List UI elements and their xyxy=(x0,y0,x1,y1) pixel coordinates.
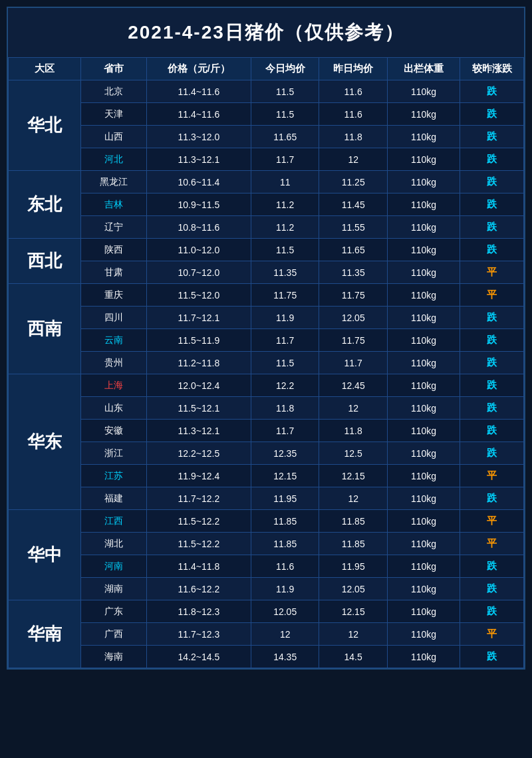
today-avg-cell: 11.85 xyxy=(251,510,319,533)
province-cell: 广西 xyxy=(81,623,146,646)
table-row: 云南11.5~11.911.711.75110kg跌 xyxy=(9,329,524,352)
today-avg-cell: 11.9 xyxy=(251,307,319,329)
today-avg-cell: 11.5 xyxy=(251,352,319,374)
price-range-cell: 11.9~12.4 xyxy=(146,465,251,487)
price-range-cell: 11.5~11.9 xyxy=(146,329,251,352)
change-cell: 跌 xyxy=(460,216,524,239)
weight-cell: 110kg xyxy=(387,329,460,352)
table-row: 西北陕西11.0~12.011.511.65110kg跌 xyxy=(9,239,524,261)
table-row: 四川11.7~12.111.912.05110kg跌 xyxy=(9,307,524,329)
price-range-cell: 11.5~12.1 xyxy=(146,397,251,420)
header-change: 较昨涨跌 xyxy=(460,58,524,80)
table-row: 安徽11.3~12.111.711.8110kg跌 xyxy=(9,420,524,442)
weight-cell: 110kg xyxy=(387,578,460,600)
region-cell: 华南 xyxy=(9,600,81,668)
header-price-range: 价格（元/斤） xyxy=(146,58,251,80)
province-cell: 海南 xyxy=(81,646,146,668)
yesterday-avg-cell: 11.45 xyxy=(319,193,388,216)
province-cell: 河南 xyxy=(81,555,146,578)
price-range-cell: 11.5~12.2 xyxy=(146,510,251,533)
weight-cell: 110kg xyxy=(387,216,460,239)
weight-cell: 110kg xyxy=(387,646,460,668)
province-cell: 湖南 xyxy=(81,578,146,600)
change-cell: 跌 xyxy=(460,555,524,578)
today-avg-cell: 12.05 xyxy=(251,600,319,623)
price-range-cell: 11.5~12.2 xyxy=(146,533,251,555)
yesterday-avg-cell: 12 xyxy=(319,487,388,510)
table-row: 江苏11.9~12.412.1512.15110kg平 xyxy=(9,465,524,487)
yesterday-avg-cell: 12 xyxy=(319,148,388,171)
table-row: 华东上海12.0~12.412.212.45110kg跌 xyxy=(9,374,524,397)
weight-cell: 110kg xyxy=(387,600,460,623)
table-row: 华中江西11.5~12.211.8511.85110kg平 xyxy=(9,510,524,533)
today-avg-cell: 11.7 xyxy=(251,329,319,352)
yesterday-avg-cell: 11.6 xyxy=(319,80,388,103)
change-cell: 平 xyxy=(460,261,524,284)
price-range-cell: 11.8~12.3 xyxy=(146,600,251,623)
weight-cell: 110kg xyxy=(387,80,460,103)
table-row: 河北11.3~12.111.712110kg跌 xyxy=(9,148,524,171)
yesterday-avg-cell: 11.85 xyxy=(319,533,388,555)
province-cell: 河北 xyxy=(81,148,146,171)
price-range-cell: 11.4~11.8 xyxy=(146,555,251,578)
yesterday-avg-cell: 12.15 xyxy=(319,465,388,487)
price-range-cell: 11.6~12.2 xyxy=(146,578,251,600)
weight-cell: 110kg xyxy=(387,103,460,126)
table-row: 河南11.4~11.811.611.95110kg跌 xyxy=(9,555,524,578)
yesterday-avg-cell: 11.75 xyxy=(319,329,388,352)
table-row: 吉林10.9~11.511.211.45110kg跌 xyxy=(9,193,524,216)
region-cell: 华中 xyxy=(9,510,81,600)
weight-cell: 110kg xyxy=(387,533,460,555)
change-cell: 跌 xyxy=(460,239,524,261)
price-range-cell: 10.6~11.4 xyxy=(146,171,251,193)
change-cell: 跌 xyxy=(460,103,524,126)
price-range-cell: 11.7~12.2 xyxy=(146,487,251,510)
region-cell: 西北 xyxy=(9,239,81,284)
header-weight: 出栏体重 xyxy=(387,58,460,80)
change-cell: 跌 xyxy=(460,126,524,148)
table-row: 广西11.7~12.31212110kg平 xyxy=(9,623,524,646)
weight-cell: 110kg xyxy=(387,261,460,284)
table-row: 山西11.3~12.011.6511.8110kg跌 xyxy=(9,126,524,148)
weight-cell: 110kg xyxy=(387,284,460,307)
today-avg-cell: 11.7 xyxy=(251,420,319,442)
table-row: 湖北11.5~12.211.8511.85110kg平 xyxy=(9,533,524,555)
change-cell: 平 xyxy=(460,533,524,555)
change-cell: 跌 xyxy=(460,374,524,397)
yesterday-avg-cell: 11.65 xyxy=(319,239,388,261)
table-row: 贵州11.2~11.811.511.7110kg跌 xyxy=(9,352,524,374)
change-cell: 跌 xyxy=(460,420,524,442)
price-range-cell: 11.0~12.0 xyxy=(146,239,251,261)
change-cell: 跌 xyxy=(460,487,524,510)
region-cell: 华北 xyxy=(9,80,81,171)
province-cell: 陕西 xyxy=(81,239,146,261)
table-row: 湖南11.6~12.211.912.05110kg跌 xyxy=(9,578,524,600)
today-avg-cell: 11.8 xyxy=(251,397,319,420)
table-header-row: 大区 省市 价格（元/斤） 今日均价 昨日均价 出栏体重 较昨涨跌 xyxy=(9,58,524,80)
table-row: 海南14.2~14.514.3514.5110kg跌 xyxy=(9,646,524,668)
province-cell: 广东 xyxy=(81,600,146,623)
price-range-cell: 10.8~11.6 xyxy=(146,216,251,239)
change-cell: 跌 xyxy=(460,578,524,600)
price-range-cell: 11.4~11.6 xyxy=(146,103,251,126)
province-cell: 吉林 xyxy=(81,193,146,216)
change-cell: 平 xyxy=(460,623,524,646)
table-row: 甘肃10.7~12.011.3511.35110kg平 xyxy=(9,261,524,284)
change-cell: 跌 xyxy=(460,646,524,668)
today-avg-cell: 11.9 xyxy=(251,578,319,600)
table-row: 天津11.4~11.611.511.6110kg跌 xyxy=(9,103,524,126)
change-cell: 跌 xyxy=(460,193,524,216)
yesterday-avg-cell: 12.05 xyxy=(319,578,388,600)
change-cell: 跌 xyxy=(460,329,524,352)
today-avg-cell: 11.2 xyxy=(251,216,319,239)
today-avg-cell: 11 xyxy=(251,171,319,193)
price-table: 大区 省市 价格（元/斤） 今日均价 昨日均价 出栏体重 较昨涨跌 华北北京11… xyxy=(8,57,524,668)
table-body: 华北北京11.4~11.611.511.6110kg跌天津11.4~11.611… xyxy=(9,80,524,668)
region-cell: 华东 xyxy=(9,374,81,510)
change-cell: 跌 xyxy=(460,397,524,420)
header-region: 大区 xyxy=(9,58,81,80)
price-range-cell: 11.3~12.1 xyxy=(146,420,251,442)
weight-cell: 110kg xyxy=(387,352,460,374)
today-avg-cell: 12.2 xyxy=(251,374,319,397)
price-range-cell: 11.4~11.6 xyxy=(146,80,251,103)
